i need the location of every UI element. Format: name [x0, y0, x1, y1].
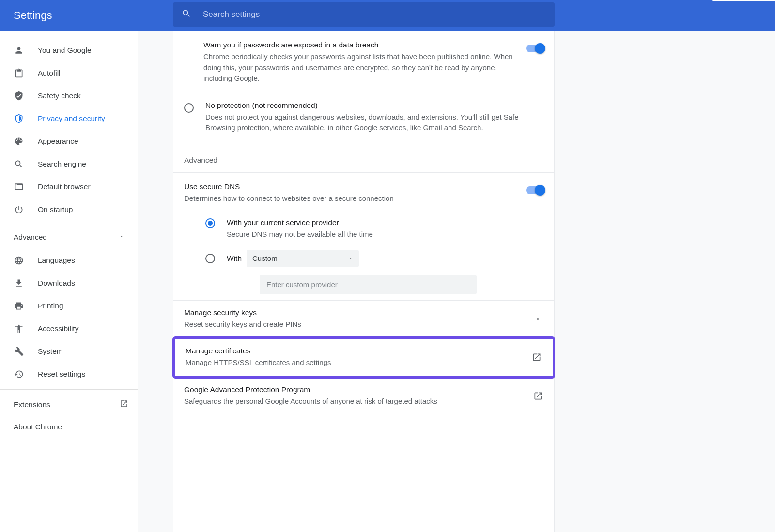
browser-icon: [14, 182, 24, 192]
sidebar-item-label: Autofill: [38, 69, 61, 77]
search-input[interactable]: [203, 10, 546, 19]
sidebar-item-label: Printing: [38, 302, 63, 310]
row-title: With your current service provider: [227, 218, 543, 227]
sidebar-item-system[interactable]: System: [0, 340, 138, 363]
download-icon: [14, 278, 24, 289]
sidebar-item-label: Safety check: [38, 91, 81, 100]
row-subtitle: Secure DNS may not be available all the …: [227, 229, 543, 240]
radio-no-protection[interactable]: [184, 103, 194, 113]
shield-check-icon: [14, 91, 24, 101]
globe-icon: [14, 255, 24, 266]
sidebar-item-languages[interactable]: Languages: [0, 249, 138, 272]
sidebar-item-label: You and Google: [38, 46, 92, 55]
sidebar-item-on-startup[interactable]: On startup: [0, 198, 138, 221]
sidebar: You and Google Autofill Safety check Pri…: [0, 31, 138, 532]
radio-current-provider[interactable]: [205, 218, 215, 228]
radio-row-current-provider[interactable]: With your current service provider Secur…: [173, 213, 554, 245]
sidebar-item-downloads[interactable]: Downloads: [0, 272, 138, 294]
sidebar-item-label: Privacy and security: [38, 114, 105, 123]
person-icon: [14, 45, 24, 56]
launch-icon: [531, 352, 542, 363]
sidebar-item-autofill[interactable]: Autofill: [0, 61, 138, 84]
sidebar-item-label: Appearance: [38, 137, 78, 146]
print-icon: [14, 301, 24, 311]
radio-row-custom-provider[interactable]: With Custom: [173, 245, 554, 272]
chevron-down-icon: [348, 254, 353, 262]
row-title: Use secure DNS: [184, 182, 519, 191]
sidebar-item-label: On startup: [38, 205, 73, 214]
row-subtitle: Chrome periodically checks your password…: [203, 51, 519, 84]
advanced-label: Advanced: [14, 233, 47, 242]
search-icon: [182, 9, 191, 20]
sidebar-item-accessibility[interactable]: Accessibility: [0, 317, 138, 340]
page-title: Settings: [14, 9, 52, 22]
dropdown-value: Custom: [252, 254, 278, 262]
toggle-secure-dns[interactable]: [526, 186, 543, 194]
row-manage-security-keys[interactable]: Manage security keys Reset security keys…: [173, 301, 554, 338]
with-label: With: [227, 254, 242, 263]
row-manage-certificates[interactable]: Manage certificates Manage HTTPS/SSL cer…: [175, 339, 553, 376]
sidebar-item-safety-check[interactable]: Safety check: [0, 84, 138, 107]
sidebar-item-extensions[interactable]: Extensions: [0, 394, 138, 416]
row-title: Google Advanced Protection Program: [184, 385, 533, 394]
extensions-label: Extensions: [14, 400, 50, 409]
power-icon: [14, 204, 24, 215]
sidebar-item-appearance[interactable]: Appearance: [0, 130, 138, 152]
clipboard-icon: [14, 68, 24, 78]
sidebar-item-label: Search engine: [38, 160, 86, 168]
about-chrome-label: About Chrome: [14, 423, 62, 431]
row-subtitle: Reset security keys and create PINs: [184, 319, 533, 330]
row-subtitle: Safeguards the personal Google Accounts …: [184, 396, 533, 407]
row-subtitle: Determines how to connect to websites ov…: [184, 193, 519, 204]
sidebar-item-default-browser[interactable]: Default browser: [0, 175, 138, 198]
sidebar-item-search-engine[interactable]: Search engine: [0, 152, 138, 175]
row-title: Manage certificates: [186, 347, 531, 355]
highlight-manage-certificates: Manage certificates Manage HTTPS/SSL cer…: [172, 336, 555, 379]
toggle-password-breach[interactable]: [526, 45, 543, 52]
header: Settings: [0, 0, 775, 31]
sidebar-item-label: Default browser: [38, 182, 91, 191]
sidebar-item-printing[interactable]: Printing: [0, 294, 138, 317]
chevron-up-icon: [119, 233, 124, 242]
input-custom-dns-provider[interactable]: [260, 275, 477, 294]
sidebar-item-privacy-security[interactable]: Privacy and security: [0, 107, 138, 130]
history-icon: [14, 369, 24, 380]
radio-row-no-protection[interactable]: No protection (not recommended) Does not…: [173, 94, 554, 140]
launch-icon: [120, 399, 128, 410]
divider: [0, 389, 138, 390]
row-secure-dns: Use secure DNS Determines how to connect…: [173, 173, 554, 214]
search-settings-box[interactable]: [173, 2, 555, 27]
sidebar-item-you-and-google[interactable]: You and Google: [0, 39, 138, 61]
row-subtitle: Manage HTTPS/SSL certificates and settin…: [186, 357, 531, 368]
row-title: No protection (not recommended): [205, 101, 543, 110]
row-title: Manage security keys: [184, 308, 533, 317]
accessibility-icon: [14, 323, 24, 334]
shield-icon: [14, 113, 24, 124]
search-icon: [14, 159, 24, 169]
settings-panel: Warn you if passwords are exposed in a d…: [173, 31, 555, 532]
sidebar-item-reset-settings[interactable]: Reset settings: [0, 363, 138, 385]
row-password-breach-warning: Warn you if passwords are exposed in a d…: [173, 31, 554, 94]
radio-custom-provider[interactable]: [205, 254, 215, 263]
row-google-advanced-protection[interactable]: Google Advanced Protection Program Safeg…: [173, 378, 554, 415]
sidebar-item-about-chrome[interactable]: About Chrome: [0, 416, 138, 438]
section-advanced-label: Advanced: [173, 140, 554, 172]
top-right-ornament: [712, 0, 775, 1]
row-subtitle: Does not protect you against dangerous w…: [205, 112, 543, 134]
sidebar-advanced-toggle[interactable]: Advanced: [0, 226, 138, 249]
sidebar-item-label: Accessibility: [38, 324, 78, 333]
row-title: Warn you if passwords are exposed in a d…: [203, 41, 519, 49]
sidebar-item-label: Languages: [38, 256, 75, 265]
palette-icon: [14, 136, 24, 147]
dropdown-dns-provider[interactable]: Custom: [247, 250, 359, 267]
sidebar-item-label: System: [38, 347, 63, 356]
launch-icon: [533, 391, 543, 401]
sidebar-item-label: Reset settings: [38, 370, 85, 379]
chevron-right-icon: [533, 314, 543, 324]
main-content: Warn you if passwords are exposed in a d…: [138, 31, 775, 532]
wrench-icon: [14, 346, 24, 357]
sidebar-item-label: Downloads: [38, 279, 75, 288]
